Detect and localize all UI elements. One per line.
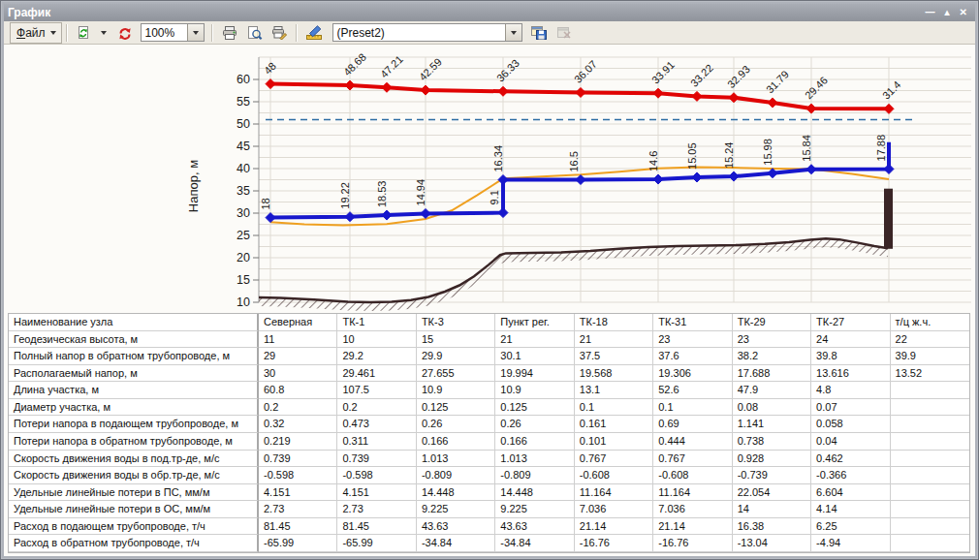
table-cell: 0.1 bbox=[575, 399, 653, 417]
table-row-label: Расход в подающем трубопроводе, т/ч bbox=[9, 518, 259, 536]
table-cell: 17.688 bbox=[733, 365, 811, 383]
table-cell: 0.444 bbox=[653, 433, 732, 451]
y-tick-label: 50 bbox=[237, 117, 250, 131]
refresh-options-button[interactable] bbox=[95, 22, 112, 44]
table-cell: 30 bbox=[259, 365, 337, 383]
consumer-building-bar bbox=[884, 189, 893, 249]
table-row-label: Длина участка, м bbox=[9, 382, 259, 399]
table-cell: -34.84 bbox=[417, 535, 495, 552]
table-cell bbox=[891, 501, 969, 518]
table-cell: 0.69 bbox=[653, 416, 732, 433]
table-cell: Северная bbox=[259, 314, 337, 331]
print-preview-button[interactable] bbox=[242, 22, 267, 44]
table-row-label: Геодезическая высота, м bbox=[9, 331, 259, 349]
table-cell bbox=[891, 399, 969, 417]
table-cell: 0.07 bbox=[811, 399, 890, 417]
window-titlebar[interactable]: График — ▴ ✕ bbox=[4, 4, 975, 21]
table-cell: 16.38 bbox=[733, 518, 811, 536]
table-cell: -0.608 bbox=[653, 467, 732, 484]
table-cell: 0.26 bbox=[495, 416, 574, 433]
delete-preset-icon bbox=[555, 25, 573, 41]
y-tick-label: 60 bbox=[237, 73, 250, 86]
zoom-dropdown-button[interactable] bbox=[187, 24, 204, 41]
return-head-point-label: 18.53 bbox=[376, 181, 388, 208]
table-cell: 4.8 bbox=[811, 382, 890, 399]
table-cell: 1.141 bbox=[733, 416, 811, 433]
supply-head-point-label: 29.46 bbox=[803, 75, 830, 102]
table-cell: 4.151 bbox=[337, 484, 416, 502]
table-cell: 15 bbox=[417, 331, 495, 349]
table-cell: 0.161 bbox=[575, 416, 653, 433]
table-cell: 19.994 bbox=[495, 365, 574, 383]
table-cell: ТК-27 bbox=[811, 314, 890, 331]
table-cell: 23 bbox=[653, 331, 732, 349]
preset-dropdown-button[interactable] bbox=[505, 24, 521, 41]
table-cell: -16.76 bbox=[653, 535, 732, 552]
page-setup-button[interactable] bbox=[267, 22, 292, 44]
table-cell bbox=[891, 518, 969, 536]
preset-combobox[interactable]: (Preset2) bbox=[332, 23, 522, 42]
table-row-label: Полный напор в обратном трубопроводе, м bbox=[9, 348, 259, 365]
zoom-combobox[interactable]: 100% bbox=[141, 23, 205, 42]
return-head-point-label: 18 bbox=[260, 198, 271, 209]
table-cell: -65.99 bbox=[337, 535, 416, 552]
table-cell: 0.32 bbox=[259, 416, 337, 433]
table-cell: 0.739 bbox=[259, 451, 337, 468]
delete-preset-button[interactable] bbox=[552, 22, 577, 44]
table-cell: 0.311 bbox=[337, 433, 416, 451]
minimize-button[interactable]: — bbox=[926, 8, 935, 17]
table-cell: 10.9 bbox=[495, 382, 574, 399]
chart-settings-button[interactable] bbox=[301, 22, 329, 44]
return-head-point-label: 9.1 bbox=[489, 190, 500, 204]
table-cell: 0.928 bbox=[733, 451, 811, 468]
supply-head-series: 4848.6847.2142.5936.3336.0733.9133.2232.… bbox=[262, 51, 903, 114]
print-preview-icon bbox=[246, 25, 263, 41]
y-tick-label: 55 bbox=[237, 95, 250, 109]
y-tick-label: 45 bbox=[237, 140, 250, 153]
reload-icon bbox=[116, 25, 134, 41]
toolbar-separator bbox=[296, 24, 298, 42]
table-row-label: Расход в обратном трубопроводе, т/ч bbox=[9, 535, 259, 552]
maximize-button[interactable]: ▴ bbox=[945, 8, 950, 17]
chevron-down-icon bbox=[50, 31, 56, 35]
supply-head-point-label: 33.22 bbox=[688, 62, 715, 89]
table-row-label: Скорость движения воды в под.тр-де, м/с bbox=[9, 451, 259, 468]
supply-head-point-label: 42.59 bbox=[417, 56, 444, 83]
save-preset-button[interactable] bbox=[526, 22, 552, 44]
table-cell: 29 bbox=[259, 348, 337, 365]
y-axis-title: Напор, м bbox=[186, 160, 201, 212]
table-cell: 1.013 bbox=[495, 451, 574, 468]
table-cell: 22.054 bbox=[733, 484, 811, 502]
table-cell: -34.84 bbox=[495, 535, 574, 552]
table-cell: 39.9 bbox=[891, 348, 969, 365]
return-head-point-label: 16.34 bbox=[492, 145, 504, 172]
print-button[interactable] bbox=[217, 22, 242, 44]
table-cell: -0.739 bbox=[733, 467, 811, 484]
table-cell: Пункт рег. bbox=[495, 314, 574, 331]
chart-canvas: 1015202530354045505560Напор, м1819.2218.… bbox=[4, 46, 975, 313]
table-row-label: Располагаемый напор, м bbox=[9, 365, 259, 383]
table-cell: 0.767 bbox=[575, 451, 653, 468]
table-cell: 37.5 bbox=[575, 348, 653, 365]
y-tick-label: 15 bbox=[237, 273, 250, 287]
table-cell: 21 bbox=[495, 331, 574, 349]
y-tick-label: 25 bbox=[237, 229, 250, 242]
close-button[interactable]: ✕ bbox=[960, 8, 967, 17]
return-head-point-label: 15.05 bbox=[686, 142, 698, 170]
table-cell: 6.604 bbox=[811, 484, 890, 502]
table-cell: 4.14 bbox=[811, 501, 890, 518]
supply-head-point-label: 31.79 bbox=[764, 68, 791, 95]
table-cell: 0.04 bbox=[811, 433, 890, 451]
refresh-button[interactable] bbox=[72, 22, 95, 44]
file-menu-button[interactable]: Файл bbox=[10, 22, 62, 44]
table-cell: 52.6 bbox=[653, 382, 732, 399]
table-cell: 9.225 bbox=[495, 501, 574, 518]
y-axis: 1015202530354045505560Напор, м bbox=[186, 57, 259, 309]
reload-button[interactable] bbox=[112, 22, 138, 44]
table-cell: 0.2 bbox=[337, 399, 416, 417]
table-cell: -65.99 bbox=[259, 535, 337, 552]
table-cell: 10.9 bbox=[417, 382, 495, 399]
return-head-point-label: 14.6 bbox=[647, 151, 659, 171]
table-cell: -0.608 bbox=[575, 467, 653, 484]
supply-head-point-label: 36.33 bbox=[494, 57, 521, 84]
